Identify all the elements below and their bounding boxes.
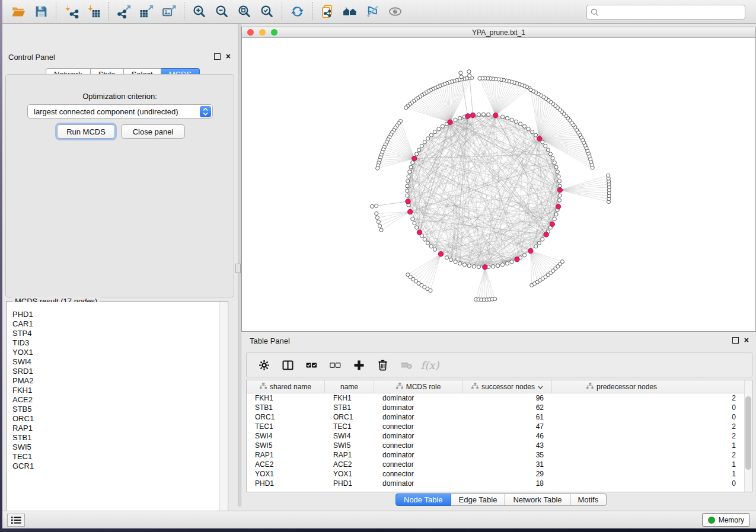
table-row[interactable]: SWI4SWI4dominator462 [247,431,744,441]
close-panel-button[interactable]: Close panel [121,124,185,139]
zoom-fit-icon[interactable] [233,2,256,21]
search-input[interactable] [602,8,741,17]
table-cell[interactable]: connector [374,422,463,431]
zoom-selected-icon[interactable] [256,2,278,21]
mcds-list-scrollbar[interactable] [219,302,227,520]
mcds-result-item[interactable]: TEC1 [12,452,219,462]
table-cell[interactable]: STB1 [325,403,374,412]
table-cell[interactable]: connector [374,460,463,469]
table-cell[interactable]: 2 [552,450,744,460]
table-cell[interactable]: 96 [463,393,552,403]
table-cell[interactable]: 62 [463,403,552,412]
table-cell[interactable]: SWI4 [247,431,325,441]
table-row[interactable]: ORC1ORC1dominator610 [247,412,744,422]
splitter-grip[interactable] [235,264,241,273]
table-cell[interactable]: 31 [463,460,552,469]
table-cell[interactable]: 1 [552,469,744,479]
mcds-result-item[interactable]: CAR1 [12,319,219,329]
column-visibility-icon[interactable] [279,356,296,374]
table-cell[interactable]: dominator [374,479,463,488]
close-table-panel-icon[interactable]: × [744,337,749,344]
table-cell[interactable]: PHD1 [325,479,374,488]
delete-icon[interactable] [374,356,391,374]
table-cell[interactable]: SWI5 [247,441,325,450]
task-history-button[interactable] [7,514,25,527]
mcds-result-item[interactable]: YOX1 [12,348,219,357]
table-row[interactable]: FKH1FKH1dominator962 [247,393,744,403]
table-scrollbar-thumb[interactable] [745,396,751,470]
mcds-result-item[interactable]: ORC1 [12,414,219,424]
sort-desc-icon[interactable] [538,383,543,391]
run-mcds-button[interactable]: Run MCDS [57,124,115,139]
mcds-result-item[interactable]: STB1 [12,433,219,443]
table-cell[interactable]: 1 [552,460,744,469]
tab-network-table[interactable]: Network Table [505,493,570,506]
table-cell[interactable]: 0 [552,412,744,422]
table-cell[interactable]: 46 [463,431,552,441]
table-cell[interactable]: 47 [463,422,552,431]
table-cell[interactable]: 35 [463,450,552,460]
table-cell[interactable]: STB1 [247,403,325,412]
table-row[interactable]: SWI5SWI5connector431 [247,441,744,450]
table-cell[interactable]: ORC1 [247,412,325,422]
table-cell[interactable]: ORC1 [325,412,374,422]
mcds-result-list[interactable]: PHD1CAR1STP4TID3YOX1SWI4SRD1PMA2FKH1ACE2… [7,302,219,520]
mcds-result-item[interactable]: FKH1 [12,386,219,395]
export-network-icon[interactable] [113,2,135,21]
network-canvas[interactable] [242,38,755,331]
table-cell[interactable]: YOX1 [325,469,374,479]
table-cell[interactable]: YOX1 [247,469,325,479]
table-cell[interactable]: 2 [552,393,744,403]
table-cell[interactable]: 2 [552,422,744,431]
float-table-panel-icon[interactable] [732,337,739,344]
column-header-successor-nodes[interactable]: successor nodes [463,380,552,393]
table-cell[interactable]: SWI4 [325,431,374,441]
first-neighbors-icon[interactable] [339,2,361,21]
hide-selected-icon[interactable] [361,2,384,21]
table-cell[interactable]: connector [374,469,463,479]
table-cell[interactable]: connector [374,441,463,450]
network-window-titlebar[interactable]: YPA_prune.txt_1 [242,27,755,38]
column-header-mcds-role[interactable]: MCDS role [374,380,463,393]
mcds-result-item[interactable]: PMA2 [12,376,219,386]
table-cell[interactable]: dominator [374,403,463,412]
table-settings-icon[interactable] [255,356,273,374]
table-row[interactable]: TEC1TEC1connector472 [247,422,744,431]
table-row[interactable]: STB1STB1dominator620 [247,403,744,412]
open-file-icon[interactable] [7,2,30,21]
tab-edge-table[interactable]: Edge Table [451,493,506,506]
table-cell[interactable]: ACE2 [247,460,325,469]
table-cell[interactable]: TEC1 [247,422,325,431]
table-row[interactable]: YOX1YOX1connector291 [247,469,744,479]
mcds-result-item[interactable]: STB5 [12,405,219,414]
table-cell[interactable]: dominator [374,393,463,403]
export-image-icon[interactable] [158,2,180,21]
table-cell[interactable]: 1 [552,441,744,450]
mcds-result-item[interactable]: STP4 [12,329,219,338]
save-session-icon[interactable] [30,2,52,21]
table-cell[interactable]: 29 [463,469,552,479]
table-cell[interactable]: 18 [463,479,552,488]
import-table-icon[interactable] [82,2,105,21]
table-cell[interactable]: RAP1 [325,450,374,460]
show-all-icon[interactable] [384,2,406,21]
column-header-name[interactable]: name [325,380,374,393]
table-cell[interactable]: TEC1 [325,422,374,431]
export-table-icon[interactable] [135,2,158,21]
table-row[interactable]: PHD1PHD1dominator180 [247,479,744,488]
table-cell[interactable]: FKH1 [325,393,374,403]
mcds-result-item[interactable]: PHD1 [12,310,219,319]
mcds-result-item[interactable]: RAP1 [12,424,219,433]
tab-node-table[interactable]: Node Table [395,493,451,506]
table-cell[interactable]: dominator [374,450,463,460]
table-cell[interactable]: RAP1 [247,450,325,460]
add-row-icon[interactable] [350,356,368,374]
column-header-predecessor-nodes[interactable]: predecessor nodes [552,380,744,393]
mcds-result-item[interactable]: SWI5 [12,443,219,452]
clone-network-icon[interactable] [316,2,339,21]
table-cell[interactable]: FKH1 [247,393,325,403]
table-row[interactable]: ACE2ACE2connector311 [247,460,744,469]
float-panel-icon[interactable] [214,53,221,60]
table-cell[interactable]: ACE2 [325,460,374,469]
mcds-result-item[interactable]: SRD1 [12,367,219,376]
